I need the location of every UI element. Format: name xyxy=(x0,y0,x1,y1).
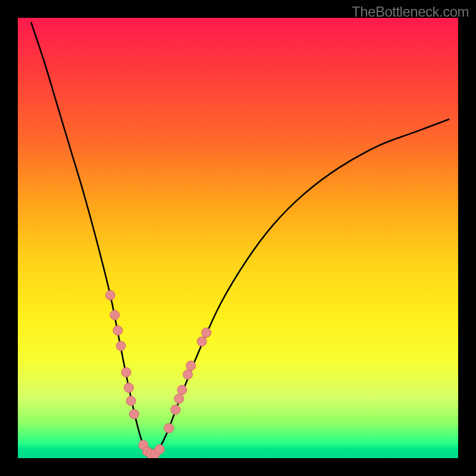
data-marker xyxy=(197,337,206,346)
chart-frame: TheBottleneck.com xyxy=(0,0,476,476)
data-marker xyxy=(121,368,131,377)
data-marker xyxy=(113,325,123,335)
data-marker xyxy=(110,311,120,320)
bottleneck-chart xyxy=(18,18,458,458)
data-marker xyxy=(124,383,133,393)
data-marker xyxy=(171,405,180,415)
data-marker xyxy=(183,369,193,379)
data-marker xyxy=(105,290,115,300)
plot-area xyxy=(18,18,458,458)
data-marker xyxy=(177,385,187,394)
data-marker xyxy=(174,394,184,403)
data-marker xyxy=(126,396,136,406)
data-marker xyxy=(164,424,174,433)
bottleneck-curve xyxy=(31,22,449,455)
data-marker xyxy=(186,361,196,371)
data-marker xyxy=(129,409,139,419)
marker-group xyxy=(105,290,211,458)
data-marker xyxy=(202,328,211,337)
data-marker xyxy=(116,341,126,350)
watermark-text: TheBottleneck.com xyxy=(352,4,469,20)
data-marker xyxy=(155,444,164,454)
